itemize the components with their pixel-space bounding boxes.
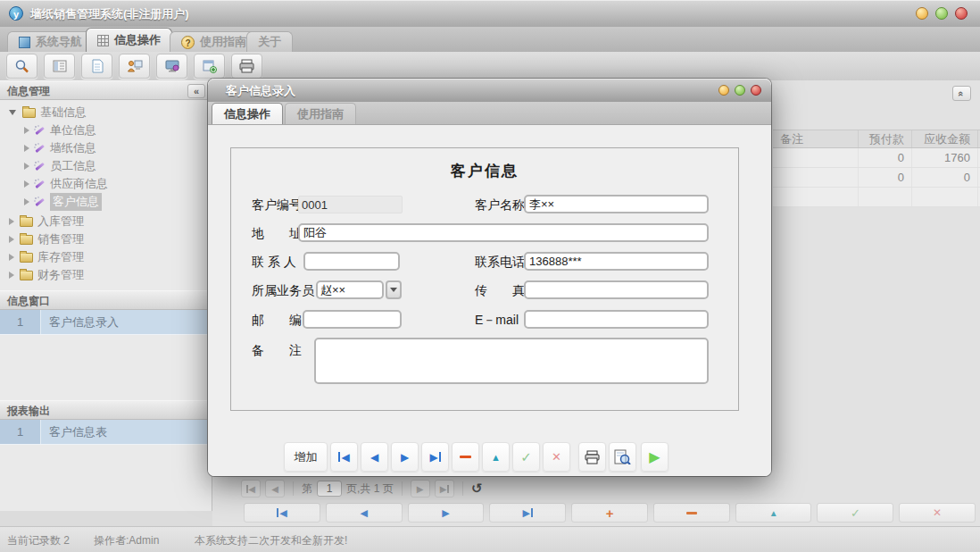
tree-item-employee-info[interactable]: 员工信息 xyxy=(24,157,96,175)
dialog-tab-info-operation[interactable]: 信息操作 xyxy=(212,103,283,124)
tree-item-wallpaper-info[interactable]: 墙纸信息 xyxy=(24,139,96,157)
record-nav-bar: ◀ ◀ ▶ ▶ + ▲ ✓ ✕ xyxy=(244,503,976,523)
record-last-button[interactable]: ▶ xyxy=(489,503,566,523)
address-input[interactable] xyxy=(298,223,709,242)
chevron-right-icon[interactable] xyxy=(9,218,14,225)
email-input[interactable] xyxy=(524,310,709,329)
delete-record-button[interactable] xyxy=(452,442,479,472)
grid-cell-remark xyxy=(773,148,859,167)
printer-toolbar-button[interactable] xyxy=(231,54,262,79)
info-window-list-item[interactable]: 1 客户信息录入 xyxy=(0,310,212,335)
page-last-button[interactable]: ▶ xyxy=(435,480,454,498)
dialog-close-orb-icon[interactable] xyxy=(751,85,761,96)
monitor-toolbar-button[interactable] xyxy=(156,54,187,79)
chevron-down-icon[interactable] xyxy=(9,110,16,115)
dialog-title-bar[interactable]: 客户信息录入 xyxy=(208,79,771,102)
remark-textarea[interactable] xyxy=(314,338,709,384)
maximize-orb-icon[interactable] xyxy=(935,7,948,20)
document-toolbar-button[interactable] xyxy=(81,54,112,79)
record-delete-button[interactable] xyxy=(653,503,730,523)
tree-item-sales-manage[interactable]: 销售管理 xyxy=(9,230,84,248)
wand-icon xyxy=(34,179,46,190)
form-view-toolbar-button[interactable] xyxy=(44,54,75,79)
run-report-button[interactable]: ▶ xyxy=(641,442,669,472)
page-prev-button[interactable]: ◀ xyxy=(265,480,285,498)
report-output-list-item[interactable]: 1 客户信息表 xyxy=(0,420,212,445)
zip-input[interactable] xyxy=(303,310,402,329)
tree-item-unit-info[interactable]: 单位信息 xyxy=(24,121,96,139)
customer-no-field[interactable] xyxy=(298,196,403,213)
tab-about[interactable]: 关于 xyxy=(246,31,293,52)
chevron-right-icon[interactable] xyxy=(24,145,29,152)
print-preview-button[interactable] xyxy=(609,442,636,472)
dialog-button-bar: 增加 ◀ ◀ ▶ ▶ ▲ ✓ ✕ xyxy=(284,442,669,472)
contact-label: 联 系 人 xyxy=(252,255,296,271)
help-icon: ? xyxy=(181,36,195,49)
fax-input[interactable] xyxy=(524,280,709,299)
tree-item-customer-info[interactable]: 客户信息 xyxy=(24,193,102,211)
tab-system-nav[interactable]: 系统导航 xyxy=(7,31,94,52)
record-confirm-button[interactable]: ✓ xyxy=(817,503,893,523)
chevron-right-icon[interactable] xyxy=(24,163,29,170)
main-toolbar xyxy=(0,52,980,81)
tree-item-label: 入库管理 xyxy=(37,213,84,230)
record-cancel-button[interactable]: ✕ xyxy=(899,503,976,523)
record-add-button[interactable]: + xyxy=(571,503,648,523)
page-number-input[interactable] xyxy=(317,481,342,497)
grid-row[interactable]: 0 0 xyxy=(773,168,980,188)
chevron-right-icon[interactable] xyxy=(9,272,14,279)
close-orb-icon[interactable] xyxy=(955,7,968,20)
contact-input[interactable] xyxy=(303,252,400,271)
record-next-button[interactable]: ▶ xyxy=(408,503,485,523)
tree-item-label: 单位信息 xyxy=(50,122,96,138)
form-title: 客户信息 xyxy=(231,161,738,181)
tree-item-stock-manage[interactable]: 库存管理 xyxy=(9,248,84,266)
chevron-right-icon[interactable] xyxy=(24,180,29,188)
dialog-maximize-orb-icon[interactable] xyxy=(735,85,745,96)
cancel-button[interactable]: ✕ xyxy=(543,442,570,472)
grid-column-prepay[interactable]: 预付款 xyxy=(859,130,912,147)
dialog-minimize-orb-icon[interactable] xyxy=(718,85,729,96)
chevron-right-icon[interactable] xyxy=(9,254,14,261)
prev-record-button[interactable]: ◀ xyxy=(361,442,388,472)
dropdown-arrow-button[interactable] xyxy=(386,280,402,299)
search-icon xyxy=(14,59,30,73)
first-record-button[interactable]: ◀ xyxy=(330,442,358,472)
chevron-right-icon[interactable] xyxy=(24,198,29,205)
grid-column-receivable[interactable]: 应收金额 xyxy=(912,130,978,147)
grid-column-remark[interactable]: 备注 xyxy=(773,130,859,147)
tab-label: 关于 xyxy=(258,34,281,50)
print-button[interactable] xyxy=(578,442,606,472)
last-record-button[interactable]: ▶ xyxy=(421,442,449,472)
tab-user-guide[interactable]: ? 使用指南 xyxy=(170,31,258,52)
employee-toolbar-button[interactable] xyxy=(119,54,150,79)
add-button[interactable]: 增加 xyxy=(284,442,328,472)
phone-input[interactable] xyxy=(524,252,709,271)
window-new-toolbar-button[interactable] xyxy=(194,54,225,79)
confirm-button[interactable]: ✓ xyxy=(512,442,540,472)
dialog-tab-user-guide[interactable]: 使用指南 xyxy=(285,103,356,124)
refresh-icon[interactable]: ↻ xyxy=(471,481,483,497)
page-first-button[interactable]: ◀ xyxy=(241,480,261,498)
tree-item-finance-manage[interactable]: 财务管理 xyxy=(9,266,84,284)
edit-record-button[interactable]: ▲ xyxy=(482,442,510,472)
minimize-orb-icon[interactable] xyxy=(916,7,928,20)
tab-info-operation[interactable]: 信息操作 xyxy=(86,28,172,52)
grid-row[interactable]: 0 1760 xyxy=(773,148,980,168)
chevron-right-icon[interactable] xyxy=(24,127,29,134)
page-next-button[interactable]: ▶ xyxy=(411,480,430,498)
record-first-button[interactable]: ◀ xyxy=(244,503,320,523)
customer-name-input[interactable] xyxy=(524,195,709,213)
next-record-button[interactable]: ▶ xyxy=(391,442,419,472)
record-edit-button[interactable]: ▲ xyxy=(735,503,812,523)
salesman-dropdown[interactable] xyxy=(316,280,402,299)
tree-item-base-info[interactable]: 基础信息 xyxy=(9,104,87,121)
search-toolbar-button[interactable] xyxy=(6,54,37,79)
tree-item-supplier-info[interactable]: 供应商信息 xyxy=(24,175,108,193)
tree-item-inbound-manage[interactable]: 入库管理 xyxy=(9,213,84,230)
record-prev-button[interactable]: ◀ xyxy=(326,503,403,523)
panel-collapse-up-button[interactable]: « xyxy=(952,86,971,101)
sidebar-collapse-button[interactable]: « xyxy=(187,84,205,98)
salesman-dropdown-value[interactable] xyxy=(316,280,384,299)
chevron-right-icon[interactable] xyxy=(9,236,14,243)
